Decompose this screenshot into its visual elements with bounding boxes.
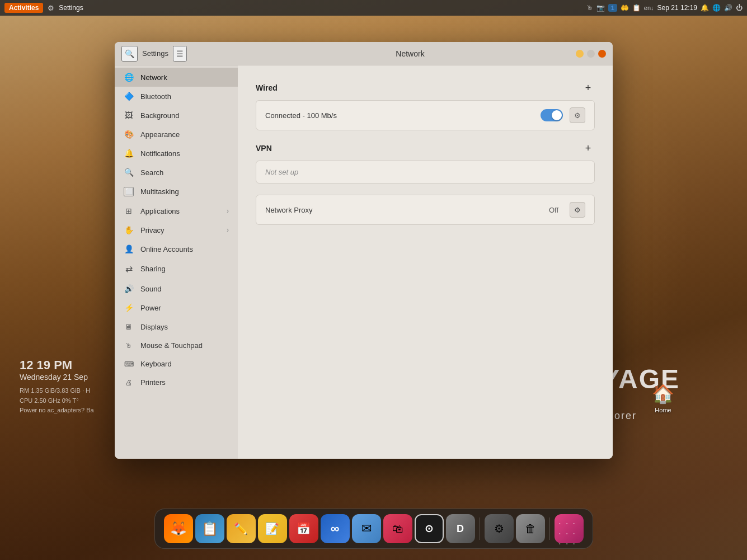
wired-toggle[interactable] xyxy=(541,109,563,121)
activities-button[interactable]: Activities xyxy=(4,3,43,13)
sidebar-label-keyboard: Keyboard xyxy=(140,360,229,368)
sidebar-label-background: Background xyxy=(140,111,229,120)
tray-icon-4[interactable]: 🤲 xyxy=(621,4,629,12)
wired-connection-label: Connected - 100 Mb/s xyxy=(265,111,534,120)
tray-icon-5[interactable]: 📋 xyxy=(632,4,641,12)
background-icon: 🖼 xyxy=(124,111,134,120)
sidebar-item-online-accounts[interactable]: 👤 Online Accounts xyxy=(115,239,238,258)
minimize-button[interactable] xyxy=(576,50,584,58)
dock-app-appgrid[interactable]: ········· xyxy=(555,514,584,543)
window-controls xyxy=(576,50,606,58)
sidebar-item-displays[interactable]: 🖥 Displays xyxy=(115,317,238,336)
sidebar-item-network[interactable]: 🌐 Network xyxy=(115,68,238,87)
dock: 🦊 📋 ✏️ 📝 📅 ∞ ✉ 🛍 ⊙ D ⚙ 🗑 ········· xyxy=(154,509,593,549)
sidebar-item-applications[interactable]: ⊞ Applications › xyxy=(115,201,238,220)
tray-icon-3[interactable]: 1 xyxy=(608,4,617,12)
dock-app-firefox[interactable]: 🦊 xyxy=(164,514,193,543)
dock-separator xyxy=(480,517,480,540)
sidebar-label-notifications: Notifications xyxy=(140,149,229,158)
topbar: Activities ⚙ Settings 🖱 📷 1 🤲 📋 en↓ Sep … xyxy=(0,0,747,16)
desktop-cpu-info: CPU 2.50 GHz 0% T° xyxy=(20,396,94,406)
sidebar-item-background[interactable]: 🖼 Background xyxy=(115,106,238,125)
dock-app-files[interactable]: 📋 xyxy=(195,514,224,543)
window-body: 🌐 Network 🔷 Bluetooth 🖼 Background 🎨 App… xyxy=(115,65,613,459)
dock-app-notes[interactable]: ✏️ xyxy=(227,514,256,543)
sidebar-item-keyboard[interactable]: ⌨ Keyboard xyxy=(115,355,238,373)
dock-app-calendar[interactable]: 📅 xyxy=(289,514,318,543)
sidebar-label-network: Network xyxy=(140,73,229,82)
sidebar-item-power[interactable]: ⚡ Power xyxy=(115,298,238,317)
wired-connection-row: Connected - 100 Mb/s ⚙ xyxy=(256,101,594,130)
hamburger-menu-button[interactable]: ☰ xyxy=(173,46,187,62)
power-icon: ⚡ xyxy=(124,303,134,312)
sidebar-item-notifications[interactable]: 🔔 Notifications xyxy=(115,144,238,163)
sound-icon: 🔊 xyxy=(124,284,134,293)
notifications-icon: 🔔 xyxy=(124,149,134,158)
sidebar-item-printers[interactable]: 🖨 Printers xyxy=(115,373,238,392)
displays-icon: 🖥 xyxy=(124,322,134,331)
wired-settings-button[interactable]: ⚙ xyxy=(570,107,585,123)
desktop-info: RM 1.35 GiB/3.83 GiB · H CPU 2.50 GHz 0%… xyxy=(20,386,94,416)
sidebar-item-bluetooth[interactable]: 🔷 Bluetooth xyxy=(115,87,238,106)
dock-app-software[interactable]: 🛍 xyxy=(383,514,412,543)
settings-tray-icon: ⚙ xyxy=(48,4,54,12)
maximize-button[interactable] xyxy=(587,50,595,58)
sidebar-item-sound[interactable]: 🔊 Sound xyxy=(115,279,238,298)
online-accounts-icon: 👤 xyxy=(124,244,134,253)
sidebar-item-privacy[interactable]: ✋ Privacy › xyxy=(115,220,238,239)
tray-power[interactable]: ⏻ xyxy=(736,4,743,12)
printers-icon: 🖨 xyxy=(124,379,134,387)
title-bar-center: Network xyxy=(245,49,576,59)
sidebar-item-mouse-touchpad[interactable]: 🖱 Mouse & Touchpad xyxy=(115,336,238,355)
desktop-time: 12 19 PM xyxy=(20,358,88,373)
proxy-settings-button[interactable]: ⚙ xyxy=(570,202,585,218)
dock-separator-2 xyxy=(549,517,550,540)
sidebar-label-privacy: Privacy xyxy=(140,226,220,234)
vpn-not-set-row: Not set up xyxy=(256,161,594,183)
dock-app-sticky[interactable]: 📝 xyxy=(258,514,287,543)
wired-card: Connected - 100 Mb/s ⚙ xyxy=(256,100,595,130)
sidebar-label-sound: Sound xyxy=(140,285,229,293)
proxy-card: Network Proxy Off ⚙ xyxy=(256,195,595,225)
dock-app-text-editor[interactable]: D xyxy=(446,514,475,543)
home-folder-label: Home xyxy=(655,407,671,413)
dock-app-bose[interactable]: ⊙ xyxy=(415,514,444,543)
sidebar-item-sharing[interactable]: ⇄ Sharing xyxy=(115,258,238,279)
tray-notification[interactable]: 🔔 xyxy=(701,4,709,12)
dock-app-settings[interactable]: ⚙ xyxy=(485,514,514,543)
vpn-add-button[interactable]: + xyxy=(581,142,595,155)
privacy-icon: ✋ xyxy=(124,225,134,234)
sidebar-label-displays: Displays xyxy=(140,323,229,331)
vpn-section-header: VPN + xyxy=(256,142,595,155)
tray-icon-2[interactable]: 📷 xyxy=(596,4,605,12)
wired-add-button[interactable]: + xyxy=(581,81,595,95)
sidebar-label-mouse: Mouse & Touchpad xyxy=(140,341,229,350)
folder-icon-glyph: 🏠 xyxy=(652,383,674,404)
dock-app-infinity[interactable]: ∞ xyxy=(321,514,350,543)
tray-network[interactable]: 🌐 xyxy=(712,4,721,12)
privacy-arrow-icon: › xyxy=(227,226,229,234)
bluetooth-icon: 🔷 xyxy=(124,92,134,101)
search-button[interactable]: 🔍 xyxy=(121,46,138,62)
tray-icon-1[interactable]: 🖱 xyxy=(586,4,593,12)
tray-lang[interactable]: en↓ xyxy=(644,4,654,11)
tray-sound[interactable]: 🔊 xyxy=(724,4,732,12)
sidebar-item-appearance[interactable]: 🎨 Appearance xyxy=(115,125,238,144)
sidebar-item-search[interactable]: 🔍 Search xyxy=(115,163,238,182)
vpn-title: VPN xyxy=(256,144,272,153)
dock-app-mail[interactable]: ✉ xyxy=(352,514,381,543)
home-folder-icon[interactable]: 🏠 Home xyxy=(652,383,674,415)
sidebar-label-power: Power xyxy=(140,304,229,312)
wired-title: Wired xyxy=(256,83,278,92)
sharing-icon: ⇄ xyxy=(124,263,134,274)
desktop-date: Wednesday 21 Sep xyxy=(20,373,88,382)
sidebar-label-sharing: Sharing xyxy=(140,265,229,273)
close-button[interactable] xyxy=(598,50,606,58)
settings-window: 🔍 Settings ☰ Network 🌐 Network 🔷 Bluetoo… xyxy=(115,42,613,459)
sidebar-item-multitasking[interactable]: ⬜ Multitasking xyxy=(115,182,238,201)
sidebar-label-online-accounts: Online Accounts xyxy=(140,245,229,253)
settings-tray-label: Settings xyxy=(59,4,83,12)
dock-app-trash[interactable]: 🗑 xyxy=(516,514,545,543)
window-title: Network xyxy=(396,49,424,58)
sidebar-title: Settings xyxy=(142,49,168,58)
